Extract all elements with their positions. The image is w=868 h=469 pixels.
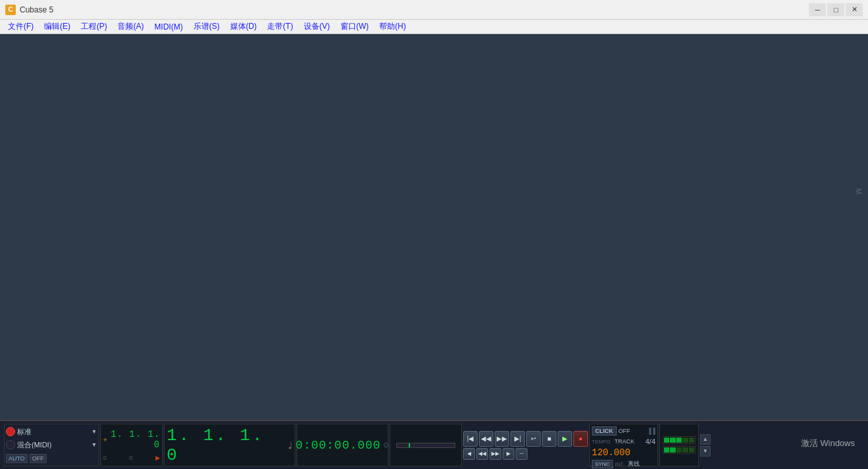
playback-bar [396, 443, 455, 448]
position-left-sub: 0 0 ▶ [103, 455, 160, 461]
minimize-button[interactable]: ─ [809, 3, 826, 16]
pos-marker-icon: ▶ [155, 455, 160, 461]
vu-meter-right [663, 446, 695, 454]
click-button[interactable]: CLICK [592, 426, 617, 436]
tempo-value-row: 120.000 [592, 447, 655, 458]
nav2-next-btn[interactable]: ▶ [503, 448, 514, 460]
position-left-display: + 1. 1. 1. 0 0 0 ▶ [100, 424, 163, 466]
pos-left-arrow: + [103, 436, 107, 443]
vu-seg-r1 [664, 447, 669, 453]
tempo-label: TEMPO [592, 439, 610, 445]
maximize-button[interactable]: □ [827, 3, 844, 16]
menu-midi[interactable]: MIDI(M) [149, 21, 188, 33]
pos-sub1: 0 [103, 455, 106, 461]
offline-label: 离线 [628, 460, 640, 468]
nav-play-btn[interactable]: ▶ [558, 431, 572, 447]
click-row: CLICK OFF ▐▐ [592, 426, 655, 436]
vu-seg-2 [670, 438, 675, 443]
playback-level-display [390, 424, 462, 466]
vu-seg-r4 [682, 447, 688, 453]
transport-right-controls: ▲ ▼ [700, 424, 713, 466]
sync-button[interactable]: SYNC [592, 460, 613, 468]
position-center-value: 1. 1. 1. 0 [167, 426, 285, 465]
menu-help[interactable]: 帮助(H) [374, 20, 411, 33]
track1-row: 标准 ▼ [6, 426, 97, 438]
nav2-fwd-btn[interactable]: ▶▶ [489, 448, 501, 460]
vu-seg-4 [682, 438, 688, 443]
vu-seg-r3 [676, 447, 682, 453]
track1-record-btn[interactable] [6, 427, 15, 436]
music-note-icon: ♩ [288, 440, 293, 451]
vu-seg-1 [664, 438, 669, 443]
nav2-rew-btn[interactable]: ◀◀ [476, 448, 488, 460]
menu-bar: 文件(F) 编辑(E) 工程(P) 音频(A) MIDI(M) 乐谱(S) 媒体… [0, 20, 868, 34]
auto-button[interactable]: AUTO [6, 454, 28, 463]
track1-dropdown-icon[interactable]: ▼ [91, 428, 97, 435]
track2-name: 混合(MIDI) [17, 440, 89, 450]
nav2-prev-btn[interactable]: ◀ [463, 448, 475, 460]
app-icon: C [5, 5, 16, 15]
position-center-display: 1. 1. 1. 0 ♩ [164, 424, 295, 466]
playback-indicator [409, 443, 410, 447]
pos-sub2: 0 [129, 455, 133, 461]
menu-window[interactable]: 窗口(W) [335, 20, 374, 33]
position-left-value: 1. 1. 1. 0 [109, 429, 160, 450]
menu-media[interactable]: 媒体(D) [225, 20, 262, 33]
app-title: Cubase 5 [20, 5, 809, 14]
tempo-track-label: TRACK [614, 438, 634, 445]
click-tempo-section: CLICK OFF ▐▐ TEMPO TRACK 4/4 120.000 SYN… [589, 424, 658, 466]
nav-next-marker-btn[interactable]: ▶| [510, 431, 525, 447]
nav-rewind-btn[interactable]: ◀◀ [479, 431, 493, 447]
right-ctrl-btn2[interactable]: ▼ [700, 446, 711, 457]
menu-transport[interactable]: 走带(T) [262, 20, 298, 33]
main-workspace: M [0, 34, 868, 420]
menu-devices[interactable]: 设备(V) [299, 20, 335, 33]
transport-bar: 标准 ▼ 混合(MIDI) ▼ AUTO OFF + 1. 1. 1. 0 0 … [0, 420, 868, 469]
vu-seg-5 [689, 438, 694, 443]
vu-meters-section [659, 424, 699, 466]
nav-buttons-left: |◀ ◀◀ ▶▶ ▶| ↩ ■ ▶ ● ◀ ◀◀ ▶▶ ▶ ─ [463, 424, 588, 466]
nav2-minus-btn[interactable]: ─ [516, 448, 527, 460]
tempo-row: TEMPO TRACK 4/4 [592, 438, 655, 445]
vu-meter-left [663, 436, 695, 444]
auto-off-row: AUTO OFF [6, 453, 97, 464]
click-state: OFF [619, 428, 630, 434]
vu-seg-3 [676, 438, 682, 443]
tempo-value: 120.000 [592, 447, 630, 458]
sync-row: SYNC INT. 离线 [592, 460, 655, 468]
menu-edit[interactable]: 编辑(E) [39, 20, 75, 33]
int-label: INT. [615, 461, 624, 467]
nav-stop-btn[interactable]: ■ [542, 431, 556, 447]
track1-name: 标准 [17, 427, 89, 437]
window-controls: ─ □ ✕ [809, 3, 863, 16]
nav-prev-marker-btn[interactable]: |◀ [463, 431, 478, 447]
menu-score[interactable]: 乐谱(S) [188, 20, 225, 33]
right-ctrl-btn1[interactable]: ▲ [700, 434, 711, 445]
nav-cycle-btn[interactable]: ↩ [526, 431, 541, 447]
right-side-label: M [855, 188, 863, 194]
nav-forward-btn[interactable]: ▶▶ [495, 431, 509, 447]
time-value: 0:00:00.000 [296, 439, 381, 452]
track2-dropdown-icon[interactable]: ▼ [91, 441, 97, 448]
track2-record-btn[interactable] [6, 440, 15, 449]
menu-audio[interactable]: 音频(A) [112, 20, 149, 33]
time-clock-icon: ⊙ [383, 441, 389, 449]
time-signature: 4/4 [646, 438, 655, 445]
menu-file[interactable]: 文件(F) [3, 20, 39, 33]
vu-seg-r2 [670, 447, 675, 453]
nav-record-btn[interactable]: ● [573, 431, 588, 447]
time-display-section: 0:00:00.000 ⊙ [297, 424, 388, 466]
close-button[interactable]: ✕ [846, 3, 863, 16]
off-label: OFF [30, 454, 47, 463]
track2-row: 混合(MIDI) ▼ [6, 439, 97, 451]
click-right-icon: ▐▐ [647, 428, 655, 434]
menu-project[interactable]: 工程(P) [75, 20, 112, 33]
title-bar: C Cubase 5 ─ □ ✕ [0, 0, 868, 20]
transport-track-section: 标准 ▼ 混合(MIDI) ▼ AUTO OFF [4, 424, 99, 466]
vu-seg-r5 [689, 447, 694, 453]
